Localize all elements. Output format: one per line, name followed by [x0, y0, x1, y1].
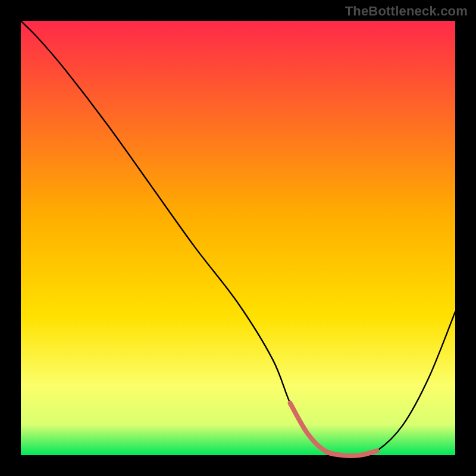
bottleneck-plot — [0, 0, 476, 476]
plot-background — [21, 21, 455, 455]
chart-frame: TheBottleneck.com — [0, 0, 476, 476]
watermark-text: TheBottleneck.com — [345, 4, 468, 19]
